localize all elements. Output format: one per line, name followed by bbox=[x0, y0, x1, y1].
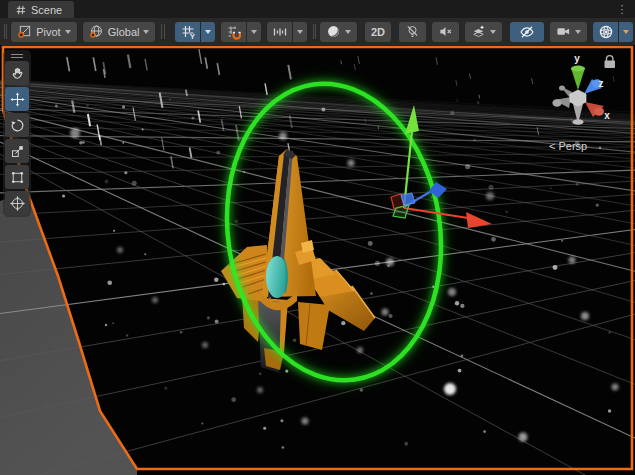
projection-label[interactable]: < Persp bbox=[549, 140, 587, 152]
chevron-down-icon bbox=[251, 30, 257, 34]
scale-tool-icon bbox=[9, 143, 26, 160]
snap-toggle[interactable] bbox=[221, 22, 246, 42]
tab-bar: Scene ⋮ bbox=[0, 0, 635, 18]
draw-mode-dropdown[interactable] bbox=[320, 22, 357, 42]
gizmos-sphere-icon bbox=[598, 24, 614, 40]
grid-visibility-dropdown[interactable] bbox=[201, 22, 215, 42]
scene-viewport[interactable]: y z x < Persp bbox=[0, 45, 635, 475]
increment-snap-toggle[interactable] bbox=[267, 22, 292, 42]
toolbar-separator bbox=[161, 24, 164, 39]
lighting-toggle[interactable] bbox=[399, 22, 426, 42]
pivot-dropdown[interactable]: Pivot bbox=[11, 22, 76, 42]
axis-gizmo-left-cap bbox=[552, 99, 561, 107]
axis-gizmo-x-cap bbox=[594, 107, 604, 115]
grid-visibility-toggle[interactable]: Y bbox=[175, 22, 200, 42]
chevron-down-icon bbox=[490, 30, 496, 34]
scene-canvas[interactable]: y z x < Persp bbox=[0, 45, 635, 475]
chevron-down-icon bbox=[65, 30, 71, 34]
effects-dropdown[interactable] bbox=[465, 22, 502, 42]
move-gizmo-z-plane[interactable] bbox=[401, 193, 415, 205]
axis-gizmo-back-cap bbox=[559, 85, 565, 90]
scene-visibility-toggle[interactable] bbox=[510, 22, 544, 42]
gizmos-dropdown[interactable] bbox=[619, 22, 633, 42]
grid-visibility-icon: Y bbox=[180, 24, 196, 40]
camera-settings-dropdown[interactable] bbox=[550, 22, 587, 42]
scene-toolbar: Pivot Global Y bbox=[0, 18, 635, 45]
chevron-down-icon bbox=[205, 30, 211, 34]
increment-snap-icon bbox=[272, 24, 288, 40]
snap-magnet-icon bbox=[226, 24, 242, 40]
toolbar-drag-handle[interactable] bbox=[4, 24, 7, 39]
axis-label-z: z bbox=[599, 78, 604, 89]
increment-snap-group bbox=[267, 22, 307, 42]
audio-toggle[interactable] bbox=[432, 22, 459, 42]
rect-tool-button[interactable] bbox=[5, 165, 29, 189]
grid-axis-label: Y bbox=[190, 31, 196, 40]
gizmos-toggle[interactable] bbox=[593, 22, 618, 42]
axis-label-x: x bbox=[604, 110, 610, 121]
light-off-icon bbox=[405, 24, 420, 39]
pivot-icon bbox=[17, 24, 32, 39]
shading-sphere-icon bbox=[326, 24, 341, 39]
rect-tool-icon bbox=[9, 169, 26, 186]
axis-gizmo-y-cap bbox=[571, 66, 585, 72]
globe-icon bbox=[89, 24, 104, 39]
2d-label: 2D bbox=[371, 26, 385, 38]
chevron-down-icon bbox=[143, 30, 149, 34]
2d-toggle[interactable]: 2D bbox=[365, 22, 391, 42]
rotate-tool-icon bbox=[9, 117, 26, 134]
toolbar-separator bbox=[313, 24, 316, 39]
grid-visibility-group: Y bbox=[175, 22, 215, 42]
chevron-down-icon bbox=[345, 30, 351, 34]
axis-gizmo-down-cap bbox=[572, 119, 583, 125]
move-tool-icon bbox=[9, 91, 26, 108]
tab-title: Scene bbox=[31, 4, 62, 16]
gizmos-group bbox=[593, 22, 633, 42]
pivot-label: Pivot bbox=[36, 26, 60, 38]
camera-icon bbox=[556, 24, 571, 39]
effects-icon bbox=[471, 24, 486, 39]
transform-tool-button[interactable] bbox=[5, 191, 29, 215]
tools-overlay-handle[interactable] bbox=[5, 52, 29, 59]
tab-scene[interactable]: Scene bbox=[8, 1, 74, 18]
tools-overlay bbox=[3, 50, 31, 217]
chevron-down-icon bbox=[623, 30, 629, 34]
chevron-down-icon bbox=[297, 30, 303, 34]
eye-slash-icon bbox=[519, 24, 535, 40]
grid-hash-icon bbox=[16, 5, 26, 15]
snap-dropdown[interactable] bbox=[247, 22, 261, 42]
global-label: Global bbox=[108, 26, 140, 38]
audio-muted-icon bbox=[438, 24, 453, 39]
scale-tool-button[interactable] bbox=[5, 139, 29, 163]
rotate-tool-button[interactable] bbox=[5, 113, 29, 137]
kebab-menu-icon[interactable]: ⋮ bbox=[615, 2, 629, 16]
hand-tool-icon bbox=[9, 65, 26, 82]
global-dropdown[interactable]: Global bbox=[83, 22, 156, 42]
chevron-down-icon bbox=[575, 30, 581, 34]
transform-tool-icon bbox=[9, 195, 26, 212]
axis-label-y: y bbox=[574, 53, 580, 64]
hand-tool-button[interactable] bbox=[5, 61, 29, 85]
snap-group bbox=[221, 22, 261, 42]
scene-window: Scene ⋮ Pivot Global bbox=[0, 0, 635, 475]
move-tool-button[interactable] bbox=[5, 87, 29, 111]
increment-snap-dropdown[interactable] bbox=[293, 22, 307, 42]
